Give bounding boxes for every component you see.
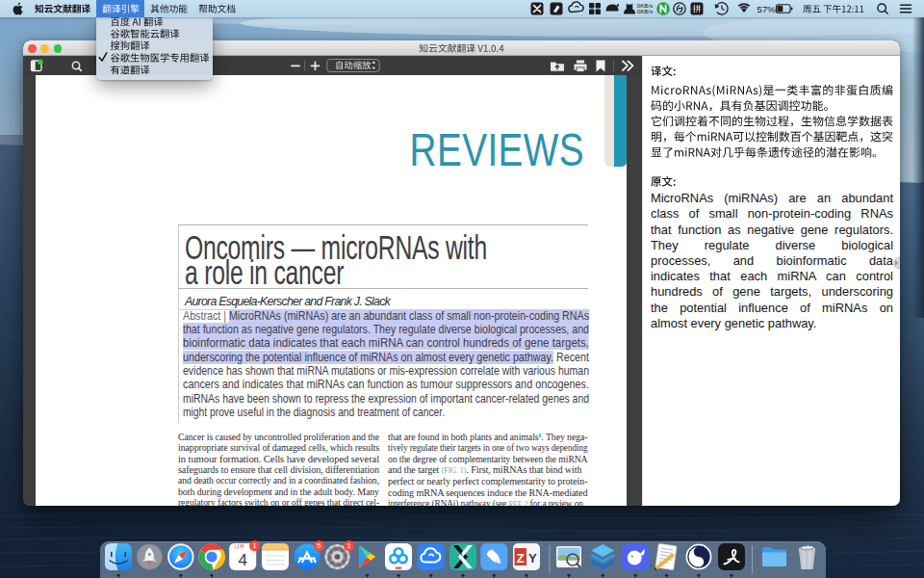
- svg-text:0KB/s: 0KB/s: [637, 8, 654, 14]
- svg-text:4: 4: [238, 551, 246, 569]
- svg-text:Z: Z: [517, 551, 525, 565]
- svg-text:Y: Y: [528, 551, 537, 565]
- svg-text:57%: 57%: [757, 4, 777, 14]
